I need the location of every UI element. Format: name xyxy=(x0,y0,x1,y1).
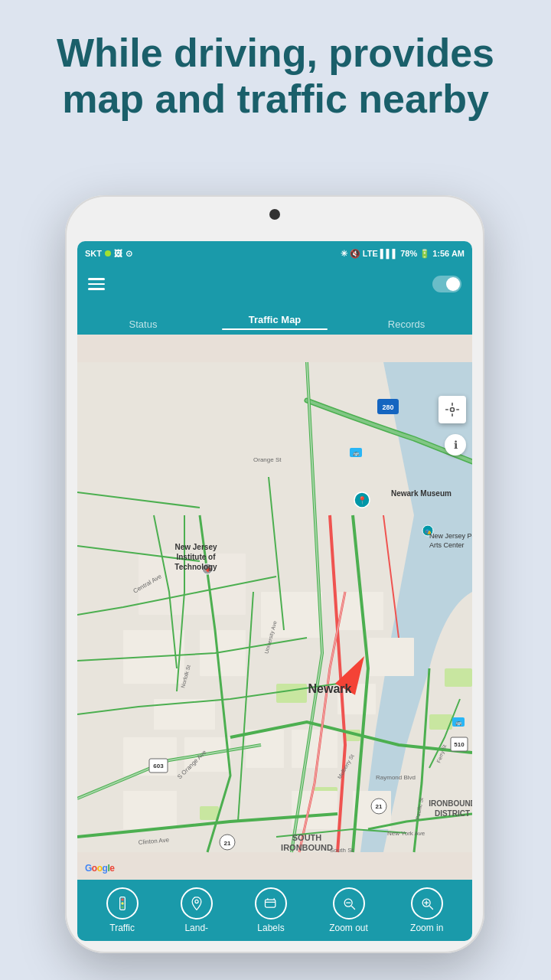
header-text: While driving, provides map and traffic … xyxy=(0,31,551,122)
svg-point-69 xyxy=(121,898,123,900)
tab-bar: Status Traffic Map Records xyxy=(77,302,472,335)
nav-traffic-label: Traffic xyxy=(109,923,135,933)
status-bar: SKT 🖼 ⊙ ✳ 🔇 LTE ▌▌▌ 78% 🔋 1:56 AM xyxy=(77,241,472,266)
zoom-in-icon xyxy=(411,887,443,920)
camera-dot xyxy=(269,209,280,220)
status-right: ✳ 🔇 LTE ▌▌▌ 78% 🔋 1:56 AM xyxy=(341,249,465,259)
bottom-nav: Traffic Land- xyxy=(77,880,472,941)
nav-zoom-in[interactable]: Zoom in xyxy=(410,887,443,933)
svg-text:IRONBOUND: IRONBOUND xyxy=(429,799,472,808)
header-line2: map and traffic nearby xyxy=(62,77,489,121)
svg-rect-9 xyxy=(123,791,177,829)
svg-line-77 xyxy=(351,906,354,910)
landmark-icon xyxy=(181,887,213,920)
svg-rect-11 xyxy=(246,730,284,768)
svg-text:New Jersey Perf: New Jersey Perf xyxy=(429,532,472,540)
google-o1: o xyxy=(92,863,97,874)
hamburger-line-1 xyxy=(88,278,105,280)
nav-labels[interactable]: Labels xyxy=(255,887,287,933)
tab-underline xyxy=(222,328,328,331)
svg-text:DISTRICT: DISTRICT xyxy=(435,809,470,818)
hamburger-line-3 xyxy=(88,288,105,290)
svg-rect-1 xyxy=(276,684,307,703)
google-logo: G o o g l e xyxy=(85,863,114,874)
status-dot xyxy=(105,250,111,256)
nav-zoom-in-label: Zoom in xyxy=(410,923,443,933)
svg-text:Newark Museum: Newark Museum xyxy=(391,489,452,498)
phone-screen: SKT 🖼 ⊙ ✳ 🔇 LTE ▌▌▌ 78% 🔋 1:56 AM xyxy=(77,241,472,941)
svg-text:510: 510 xyxy=(454,741,465,748)
svg-rect-73 xyxy=(265,900,275,907)
svg-line-80 xyxy=(429,906,432,910)
zoom-out-icon xyxy=(333,887,365,920)
tab-status-label: Status xyxy=(129,318,158,330)
google-g: G xyxy=(85,863,92,874)
carrier-label: SKT xyxy=(85,249,102,258)
svg-text:SOUTH: SOUTH xyxy=(292,833,322,842)
svg-rect-5 xyxy=(445,668,472,687)
svg-rect-3 xyxy=(200,806,219,820)
svg-point-67 xyxy=(451,408,455,412)
image-icon: 🖼 xyxy=(114,249,122,258)
labels-icon xyxy=(255,887,287,920)
google-e: e xyxy=(109,863,114,874)
bluetooth-icon: ✳ xyxy=(341,249,347,259)
svg-text:Technology: Technology xyxy=(174,563,217,571)
traffic-icon xyxy=(106,887,139,920)
battery-icon: 🔋 xyxy=(419,249,430,259)
app-bar xyxy=(77,266,472,302)
tab-traffic-map-label: Traffic Map xyxy=(249,314,302,325)
svg-text:🚌: 🚌 xyxy=(455,719,462,726)
svg-text:Newark: Newark xyxy=(308,682,352,695)
nav-zoom-out-label: Zoom out xyxy=(329,923,368,933)
tab-traffic-map[interactable]: Traffic Map xyxy=(209,314,341,335)
time-label: 1:56 AM xyxy=(432,249,465,258)
toggle-thumb xyxy=(446,277,460,291)
battery-label: 78% xyxy=(400,249,417,258)
compass-icon: ⊙ xyxy=(126,249,132,259)
phone-top-bar xyxy=(65,209,484,220)
svg-text:Institute of: Institute of xyxy=(176,553,216,561)
svg-text:21: 21 xyxy=(224,840,231,847)
lte-label: LTE xyxy=(363,249,378,258)
svg-point-72 xyxy=(195,900,198,903)
info-button[interactable]: ℹ xyxy=(445,434,466,456)
svg-text:280: 280 xyxy=(382,403,393,411)
nav-landmark[interactable]: Land- xyxy=(181,887,213,933)
tab-records-label: Records xyxy=(388,318,425,330)
svg-text:Orange St: Orange St xyxy=(253,456,282,463)
svg-text:603: 603 xyxy=(153,763,164,769)
svg-point-70 xyxy=(121,902,123,904)
svg-text:21: 21 xyxy=(376,803,383,810)
tab-records[interactable]: Records xyxy=(341,318,472,335)
svg-text:Raymond Blvd: Raymond Blvd xyxy=(376,774,416,781)
location-button[interactable] xyxy=(439,396,466,423)
svg-rect-19 xyxy=(368,638,414,676)
svg-text:South St: South St xyxy=(330,847,354,854)
svg-text:IRONBOUND: IRONBOUND xyxy=(281,843,333,852)
hamburger-menu[interactable] xyxy=(88,278,105,290)
svg-point-71 xyxy=(121,906,123,908)
nav-labels-label: Labels xyxy=(257,923,284,933)
svg-text:New Jersey: New Jersey xyxy=(174,543,217,551)
map-area[interactable]: 510 603 21 21 280 🚌 🚌 xyxy=(77,335,472,880)
signal-icon: ▌▌▌ xyxy=(380,249,398,258)
google-o2: o xyxy=(97,863,103,874)
nav-traffic[interactable]: Traffic xyxy=(106,887,139,933)
mute-icon: 🔇 xyxy=(350,249,360,259)
svg-text:Arts Center: Arts Center xyxy=(429,541,465,549)
info-icon: ℹ xyxy=(454,439,458,451)
svg-text:🚌: 🚌 xyxy=(353,449,360,456)
svg-text:New York Ave: New York Ave xyxy=(387,830,425,837)
nav-zoom-out[interactable]: Zoom out xyxy=(329,887,368,933)
status-left: SKT 🖼 ⊙ xyxy=(85,249,132,259)
tab-status[interactable]: Status xyxy=(77,318,209,335)
phone-frame: SKT 🖼 ⊙ ✳ 🔇 LTE ▌▌▌ 78% 🔋 1:56 AM xyxy=(65,195,484,953)
svg-rect-12 xyxy=(292,730,337,768)
toggle-switch[interactable] xyxy=(432,276,461,292)
nav-landmark-label: Land- xyxy=(184,923,208,933)
header-line1: While driving, provides xyxy=(57,31,494,75)
svg-text:📍: 📍 xyxy=(357,495,367,505)
map-svg: 510 603 21 21 280 🚌 🚌 xyxy=(77,335,472,880)
google-g2: g xyxy=(103,863,108,874)
